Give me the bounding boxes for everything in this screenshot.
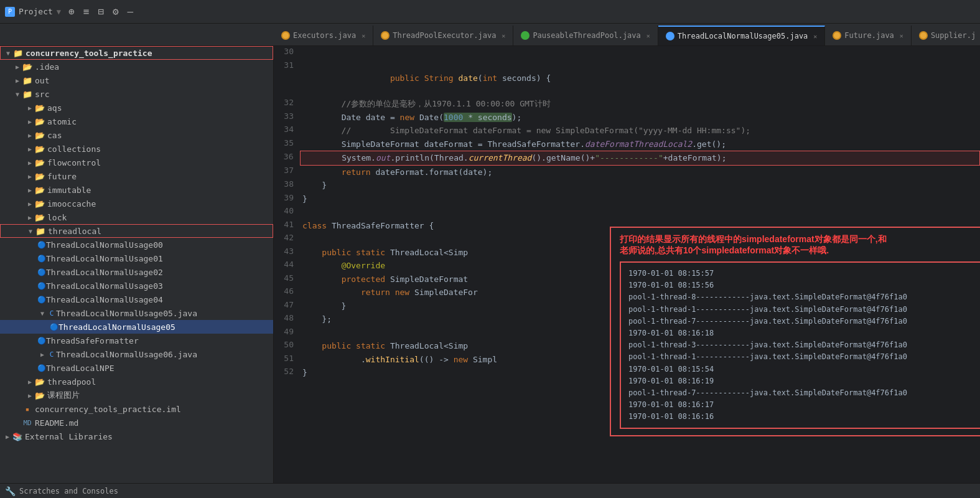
tab-threadpoolexecutor[interactable]: ThreadPoolExecutor.java ✕ [373, 26, 513, 45]
tab-close-pauseable[interactable]: ✕ [646, 32, 650, 39]
sidebar-item-external-libraries[interactable]: ▶ 📚 External Libraries [0, 430, 273, 443]
sidebar-item-usage06-file[interactable]: ▶ C ThreadLocalNormalUsage06.java [0, 347, 273, 361]
sidebar-item-usage00[interactable]: 🔵 ThreadLocalNormalUsage00 [0, 238, 273, 251]
sidebar-item-threadsafe[interactable]: 🔵 ThreadSafeFormatter [0, 334, 273, 347]
sidebar-item-threadlocalnpe[interactable]: 🔵 ThreadLocalNPE [0, 361, 273, 375]
tab-future[interactable]: Future.java ✕ [825, 26, 912, 45]
line-code [300, 46, 980, 60]
sidebar-item-flowcontrol[interactable]: ▶ 📂 flowcontrol [0, 156, 273, 169]
tab-icon-executors [281, 31, 290, 40]
line-number: 50 [274, 339, 300, 353]
sidebar[interactable]: ▼ 📁 concurrency_tools_practice ▶ 📂 .idea… [0, 46, 274, 483]
code-span: ThreadSafeFormatter [332, 221, 424, 230]
line-code: } [300, 192, 980, 206]
tab-label-future: Future.java [844, 31, 894, 40]
sidebar-item-root[interactable]: ▼ 📁 concurrency_tools_practice [0, 46, 273, 60]
sidebar-item-threadpool[interactable]: ▶ 📂 threadpool [0, 375, 273, 388]
sidebar-label-readme: README.md [35, 418, 78, 428]
sidebar-item-usage03[interactable]: 🔵 ThreadLocalNormalUsage03 [0, 279, 273, 293]
tab-supplier[interactable]: Supplier.j [912, 26, 980, 45]
tab-executors[interactable]: Executors.java ✕ [274, 26, 373, 45]
project-name: Project [19, 7, 53, 16]
sidebar-item-out[interactable]: ▶ 📁 out [0, 73, 273, 87]
sidebar-item-imooccache[interactable]: ▶ 📂 imooccache [0, 197, 273, 210]
sidebar-item-immutable[interactable]: ▶ 📂 immutable [0, 183, 273, 197]
title-bar: P Project ▼ ⊕ ≡ ⊟ ⚙ — [0, 0, 980, 24]
sidebar-label-imooccache: imooccache [47, 199, 96, 209]
sidebar-item-collections[interactable]: ▶ 📂 collections [0, 142, 273, 156]
tab-close-tpe[interactable]: ✕ [502, 32, 505, 39]
arrow-imooccache: ▶ [25, 200, 35, 207]
tab-close-future[interactable]: ✕ [900, 32, 903, 39]
arrow-atomic: ▶ [25, 118, 35, 125]
code-span: 1000 [444, 113, 463, 122]
code-span: protected [342, 275, 385, 284]
dropdown-arrow[interactable]: ▼ [57, 7, 61, 16]
table-row: 34 // SimpleDateFormat dateFormat = new … [274, 124, 980, 138]
sidebar-item-aqs[interactable]: ▶ 📂 aqs [0, 101, 273, 115]
tab-threadlocal05[interactable]: ThreadLocalNormalUsage05.java ✕ [658, 26, 826, 45]
scratches-label[interactable]: 🔧 Scratches and Consoles [5, 486, 118, 496]
project-icon: P [5, 7, 15, 17]
code-span: SimpleDateFormat [390, 275, 468, 284]
split-icon[interactable]: ⊟ [98, 6, 104, 17]
settings-icon[interactable]: ⚙ [113, 6, 119, 17]
line-code: // SimpleDateFormat dateFormat = new Sim… [300, 124, 980, 138]
add-icon[interactable]: ⊕ [68, 6, 75, 17]
code-span: public [390, 73, 419, 83]
sidebar-item-atomic[interactable]: ▶ 📂 atomic [0, 115, 273, 128]
sidebar-item-usage05-class[interactable]: 🔵 ThreadLocalNormalUsage05 [0, 320, 273, 334]
scratches-icon: 🔧 [5, 486, 16, 496]
sidebar-item-future[interactable]: ▶ 📂 future [0, 169, 273, 183]
sidebar-item-lock[interactable]: ▶ 📂 lock [0, 210, 273, 224]
line-number: 52 [274, 366, 300, 380]
minimize-icon[interactable]: — [128, 6, 134, 17]
sidebar-item-courses[interactable]: ▶ 📂 课程图片 [0, 388, 273, 402]
table-row: 33 Date date = new Date(1000 * seconds); [274, 111, 980, 125]
table-row: 39 } [274, 192, 980, 206]
line-code: //参数的单位是毫秒，从1970.1.1 00:00:00 GMT计时 [300, 97, 980, 111]
structure-icon[interactable]: ≡ [83, 6, 90, 17]
sidebar-label-threadsafe: ThreadSafeFormatter [46, 336, 139, 345]
line-number: 44 [274, 259, 300, 273]
folder-icon-threadlocal: 📁 [35, 226, 45, 236]
code-span: Date [342, 113, 361, 122]
code-span: dateFormatThreadLocal2 [585, 139, 692, 149]
folder-icon-flowcontrol: 📂 [35, 157, 45, 167]
tab-pauseable[interactable]: PauseableThreadPool.java ✕ [513, 26, 658, 45]
code-content[interactable]: 30 31 public String date(int seconds) { … [274, 46, 980, 483]
arrow-flowcontrol: ▶ [25, 159, 35, 166]
sidebar-item-cas[interactable]: ▶ 📂 cas [0, 128, 273, 142]
code-span: SimpleDateFor [414, 288, 478, 297]
table-row: 30 [274, 46, 980, 60]
sidebar-item-idea[interactable]: ▶ 📂 .idea [0, 60, 273, 73]
gutter-icon-usage02: 🔵 [37, 268, 46, 276]
editor-area[interactable]: 30 31 public String date(int seconds) { … [274, 46, 980, 483]
code-span: ThreadSafeFormatter [487, 139, 580, 149]
gutter-icon-usage05-class: 🔵 [50, 323, 58, 331]
sidebar-item-usage02[interactable]: 🔵 ThreadLocalNormalUsage02 [0, 265, 273, 279]
sidebar-item-iml[interactable]: ▪ concurrency_tools_practice.iml [0, 402, 273, 416]
sidebar-item-usage05-file[interactable]: ▼ C ThreadLocalNormalUsage05.java [0, 306, 273, 320]
icon-readme: MD [22, 418, 32, 428]
line-number: 38 [274, 179, 300, 192]
arrow-aqs: ▶ [25, 105, 35, 111]
folder-icon-out: 📁 [22, 75, 32, 85]
tab-close-executors[interactable]: ✕ [362, 32, 365, 39]
line-number: 51 [274, 353, 300, 367]
arrow-threadlocal: ▼ [26, 228, 35, 235]
sidebar-item-threadlocal[interactable]: ▼ 📁 threadlocal [0, 224, 273, 238]
sidebar-item-usage01[interactable]: 🔵 ThreadLocalNormalUsage01 [0, 251, 273, 265]
code-span: 1000 * seconds [444, 113, 512, 122]
code-span: new [454, 355, 468, 364]
sidebar-item-usage04[interactable]: 🔵 ThreadLocalNormalUsage04 [0, 293, 273, 306]
tab-close-threadlocal05[interactable]: ✕ [813, 33, 817, 40]
folder-icon-collections: 📂 [35, 144, 45, 154]
line-number: 41 [274, 219, 300, 233]
code-span: int [483, 73, 497, 83]
sidebar-label-usage05-class: ThreadLocalNormalUsage05 [58, 322, 175, 332]
code-span: class [302, 221, 327, 230]
annotation-popup: 打印的结果显示所有的线程中的simpledateformat对象都是同一个,和老… [610, 227, 980, 436]
sidebar-item-src[interactable]: ▼ 📁 src [0, 87, 273, 101]
sidebar-item-readme[interactable]: MD README.md [0, 416, 273, 430]
